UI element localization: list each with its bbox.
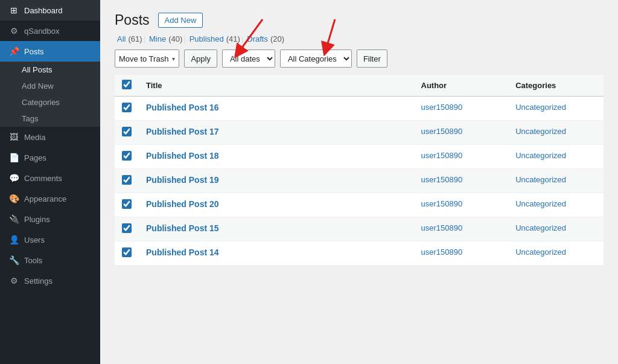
post-title-link[interactable]: Published Post 17	[146, 127, 219, 136]
select-all-checkbox[interactable]	[122, 80, 132, 89]
row-checkbox-cell	[115, 121, 139, 145]
row-checkbox-cell	[115, 193, 139, 217]
sidebar-item-label: Settings	[24, 276, 53, 286]
header-categories-col: Categories	[508, 75, 604, 97]
post-title-link[interactable]: Published Post 18	[146, 151, 219, 161]
dates-filter-select[interactable]: All dates	[222, 49, 275, 68]
row-title-cell: Published Post 16	[139, 97, 414, 121]
bulk-action-label: Move to Trash	[119, 54, 168, 63]
sidebar-subitem-categories[interactable]: Categories	[0, 94, 100, 110]
categories-filter-select[interactable]: All Categories	[280, 49, 352, 68]
filter-count-drafts: (20)	[270, 34, 284, 43]
table-row: Published Post 17 user150890 Uncategoriz…	[115, 121, 604, 145]
filter-button[interactable]: Filter	[357, 49, 387, 68]
filter-link-all[interactable]: All	[115, 34, 128, 43]
row-title-cell: Published Post 19	[139, 169, 414, 193]
author-link[interactable]: user150890	[421, 151, 463, 160]
category-link[interactable]: Uncategorized	[515, 223, 566, 232]
sidebar-item-label: Pages	[24, 153, 46, 162]
sidebar-item-label: Dashboard	[24, 6, 63, 15]
category-link[interactable]: Uncategorized	[515, 247, 566, 257]
comments-icon: 💬	[8, 173, 19, 183]
main-content: Posts Add New All (61) | Mine (40) | Pub…	[100, 0, 618, 364]
sidebar-item-users[interactable]: 👤 Users	[0, 229, 100, 250]
filter-link-published[interactable]: Published	[187, 34, 226, 43]
row-category-cell: Uncategorized	[508, 241, 604, 266]
author-link[interactable]: user150890	[421, 199, 463, 208]
filter-links: All (61) | Mine (40) | Published (41) | …	[115, 34, 604, 43]
sidebar-item-label: Plugins	[24, 215, 50, 224]
row-checkbox[interactable]	[122, 127, 132, 136]
row-checkbox[interactable]	[122, 199, 132, 209]
author-link[interactable]: user150890	[421, 247, 463, 257]
row-category-cell: Uncategorized	[508, 169, 604, 193]
appearance-icon: 🎨	[8, 194, 19, 203]
sidebar-item-tools[interactable]: 🔧 Tools	[0, 250, 100, 270]
table-row: Published Post 19 user150890 Uncategoriz…	[115, 169, 604, 193]
row-checkbox[interactable]	[122, 103, 132, 112]
author-link[interactable]: user150890	[421, 175, 463, 184]
sidebar-subitem-all-posts[interactable]: All Posts	[0, 62, 100, 78]
bulk-actions-bar: Move to Trash ▾ Apply All dates All Cate…	[115, 49, 604, 68]
table-row: Published Post 18 user150890 Uncategoriz…	[115, 145, 604, 169]
add-new-button[interactable]: Add New	[158, 13, 203, 28]
author-link[interactable]: user150890	[421, 127, 463, 136]
header-author-col: Author	[414, 75, 509, 97]
category-link[interactable]: Uncategorized	[515, 151, 566, 160]
filter-count-mine: (40)	[168, 34, 182, 43]
sidebar-item-media[interactable]: 🖼 Media	[0, 127, 100, 147]
posts-table-body: Published Post 16 user150890 Uncategoriz…	[115, 97, 604, 266]
sidebar-item-posts[interactable]: 📌 Posts	[0, 41, 100, 62]
table-row: Published Post 16 user150890 Uncategoriz…	[115, 97, 604, 121]
apply-button[interactable]: Apply	[184, 49, 217, 68]
post-title-link[interactable]: Published Post 20	[146, 199, 219, 209]
filter-link-mine[interactable]: Mine	[147, 34, 168, 43]
category-link[interactable]: Uncategorized	[515, 199, 566, 208]
title-column-label: Title	[146, 81, 162, 90]
sidebar-item-label: Users	[24, 235, 45, 244]
category-link[interactable]: Uncategorized	[515, 175, 566, 184]
sidebar-item-settings[interactable]: ⚙ Settings	[0, 270, 100, 291]
row-author-cell: user150890	[414, 241, 509, 266]
row-checkbox[interactable]	[122, 151, 132, 161]
category-link[interactable]: Uncategorized	[515, 103, 566, 112]
author-link[interactable]: user150890	[421, 103, 463, 112]
row-checkbox[interactable]	[122, 223, 132, 233]
category-link[interactable]: Uncategorized	[515, 127, 566, 136]
author-column-label: Author	[421, 81, 447, 90]
sidebar-item-dashboard[interactable]: ⊞ Dashboard	[0, 0, 100, 21]
post-title-link[interactable]: Published Post 14	[146, 247, 219, 257]
sidebar-item-label: Appearance	[24, 194, 66, 203]
sidebar-item-comments[interactable]: 💬 Comments	[0, 168, 100, 188]
row-author-cell: user150890	[414, 217, 509, 241]
bulk-action-select[interactable]: Move to Trash ▾	[115, 49, 179, 68]
header-checkbox-col	[115, 75, 139, 97]
post-title-link[interactable]: Published Post 19	[146, 175, 219, 185]
header-title-col: Title	[139, 75, 414, 97]
sidebar-item-plugins[interactable]: 🔌 Plugins	[0, 209, 100, 229]
row-author-cell: user150890	[414, 193, 509, 217]
sidebar-item-appearance[interactable]: 🎨 Appearance	[0, 188, 100, 209]
sidebar-item-label: Posts	[24, 47, 44, 56]
row-checkbox[interactable]	[122, 247, 132, 257]
sidebar-item-qsandbox[interactable]: ⚙ qSandbox	[0, 21, 100, 41]
table-row: Published Post 14 user150890 Uncategoriz…	[115, 241, 604, 266]
tools-icon: 🔧	[8, 255, 19, 265]
filter-link-drafts[interactable]: Drafts	[244, 34, 270, 43]
post-title-link[interactable]: Published Post 15	[146, 223, 219, 233]
qsandbox-icon: ⚙	[8, 26, 19, 36]
author-link[interactable]: user150890	[421, 223, 463, 232]
pages-icon: 📄	[8, 153, 19, 162]
settings-icon: ⚙	[8, 276, 19, 286]
row-title-cell: Published Post 18	[139, 145, 414, 169]
row-checkbox-cell	[115, 241, 139, 266]
table-header-row: Title Author Categories	[115, 75, 604, 97]
sidebar-subitem-tags[interactable]: Tags	[0, 110, 100, 127]
filter-count-published: (41)	[226, 34, 240, 43]
sidebar-item-label: Comments	[24, 174, 62, 183]
page-header: Posts Add New	[115, 12, 604, 28]
post-title-link[interactable]: Published Post 16	[146, 103, 219, 112]
sidebar-subitem-add-new[interactable]: Add New	[0, 78, 100, 94]
sidebar-item-pages[interactable]: 📄 Pages	[0, 147, 100, 168]
row-checkbox[interactable]	[122, 175, 132, 185]
